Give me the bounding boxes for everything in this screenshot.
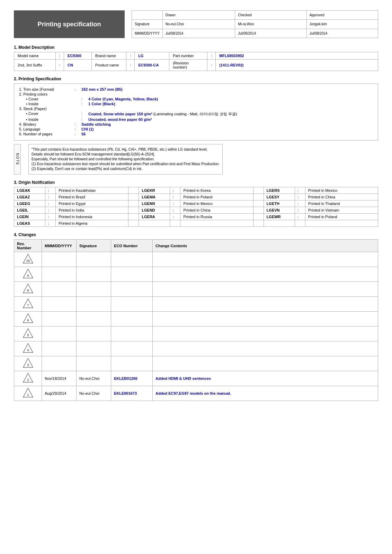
changes-date	[42, 282, 77, 297]
svg-text:8: 8	[27, 289, 29, 292]
rev-cell: 2	[14, 371, 42, 386]
changes-change	[153, 297, 378, 312]
changes-sig: No-eul.Choi	[77, 371, 111, 386]
changes-sig	[77, 327, 111, 341]
note-line: (2) Especially, Don't use or contain lea…	[32, 167, 220, 171]
changes-eco	[111, 356, 153, 371]
changes-eco	[111, 341, 153, 356]
changes-row: 2Nov/18/2014No-eul.ChoiEKLEB01266Added H…	[14, 371, 378, 386]
origin-code	[139, 220, 170, 227]
approval-cell: Jongok.kim	[306, 20, 378, 29]
note-line: Especially, Part should be followed and …	[32, 157, 220, 161]
changes-change: Added EC97,EG97 models on the manual.	[153, 386, 378, 401]
spec-row: • Cover:4 Color (Cyan, Magenta, Yellow, …	[19, 97, 373, 101]
origin-code: LGESY	[264, 194, 295, 200]
rev-cell: 6	[14, 312, 42, 327]
spec-label: • Inside	[19, 117, 81, 122]
spec-row: 2. Printing colors	[19, 92, 373, 96]
model-value: MFL68503902	[216, 52, 378, 60]
changes-row: 8	[14, 282, 378, 297]
changes-change	[153, 356, 378, 371]
spec-value: 182 mm x 257 mm (B5)	[81, 87, 123, 91]
changes-sig	[77, 282, 111, 297]
approval-cell: Mi-ra.Woo	[235, 20, 306, 29]
approval-table: DrawnCheckedApprovedSignatureNo-eul.Choi…	[132, 10, 378, 38]
svg-text:4: 4	[27, 348, 29, 352]
section1-title: 1. Model Description	[14, 45, 378, 50]
changes-eco	[111, 252, 153, 267]
origin-country	[305, 220, 378, 227]
document-title: Printing specification	[37, 21, 101, 28]
note-line: Details should be followed Eco-SCM manag…	[32, 152, 220, 156]
svg-text:5: 5	[27, 333, 29, 337]
spec-label: • Cover	[19, 97, 81, 101]
svg-text:2: 2	[27, 378, 29, 382]
origin-country	[180, 220, 253, 227]
origin-code: LGEAK	[14, 187, 45, 194]
changes-date	[42, 356, 77, 371]
origin-country: Printed in Egypt	[56, 200, 128, 207]
changes-eco	[111, 282, 153, 297]
section4-title: 4. Changes	[14, 232, 378, 237]
origin-country: Printed in Algeria	[56, 220, 128, 227]
spec-value: 4 Color (Cyan, Magenta, Yellow, Black)	[88, 97, 158, 101]
origin-code: LGEAZ	[14, 194, 45, 200]
spec-label: 5. Language	[19, 127, 74, 131]
model-label: Brand name	[92, 52, 126, 60]
svg-text:3: 3	[27, 363, 29, 367]
model-value: CN	[64, 60, 92, 71]
changes-row: 4	[14, 341, 378, 356]
origin-country: Printed in Vietnam	[305, 207, 378, 214]
spec-value: CHI (1)	[81, 127, 93, 131]
origin-country: Printed in Poland	[180, 194, 253, 200]
origin-country: Printed in Brazil	[56, 194, 128, 200]
changes-header-sig: Signature	[77, 240, 111, 252]
origin-code: LGEKR	[139, 187, 170, 194]
origin-country: Printed in Mexico	[305, 187, 378, 194]
changes-date	[42, 312, 77, 327]
changes-sig	[77, 267, 111, 282]
origin-code	[264, 220, 295, 227]
spec-row: 4. Bindery:Saddle stitching	[19, 122, 373, 126]
model-value: (1411-REV02)	[216, 60, 378, 71]
changes-eco	[111, 267, 153, 282]
changes-change	[153, 252, 378, 267]
spec-row: • Cover:Coated, Snow white paper 150 g/m…	[19, 111, 373, 117]
changes-eco	[111, 327, 153, 341]
rev-cell: 3	[14, 356, 42, 371]
changes-date	[42, 252, 77, 267]
rev-cell: 1	[14, 386, 42, 401]
spec-value: 1 Color (Black)	[88, 102, 115, 106]
approval-cell: Jul/08/2014	[235, 29, 306, 38]
changes-row: 10	[14, 252, 378, 267]
changes-sig	[77, 297, 111, 312]
changes-change	[153, 327, 378, 341]
rev-cell: 9	[14, 267, 42, 282]
origin-country: Printed in Russia	[180, 214, 253, 220]
rev-cell: 7	[14, 297, 42, 312]
changes-date	[42, 327, 77, 341]
changes-date: Nov/18/2014	[42, 371, 77, 386]
origin-code: LGEIN	[14, 214, 45, 220]
changes-eco: EKLEB01266	[111, 371, 153, 386]
origin-country: Printed in Indonesia	[56, 214, 128, 220]
changes-header-eco: ECO Number	[111, 240, 153, 252]
rev-cell: 10	[14, 252, 42, 267]
rev-cell: 8	[14, 282, 42, 297]
svg-text:1: 1	[27, 393, 29, 396]
spec-row: 1. Trim size (Format):182 mm x 257 mm (B…	[19, 87, 373, 91]
origin-country: Printed in Thailand	[305, 200, 378, 207]
changes-eco	[111, 297, 153, 312]
origin-code: LGERA	[139, 214, 170, 220]
origin-code: LGEND	[139, 207, 170, 214]
origin-country: Printed in China	[305, 194, 378, 200]
note-side-label: NOTE	[14, 144, 21, 175]
spec-value: 56	[81, 132, 86, 136]
origin-country: Printed in Korea	[180, 187, 253, 194]
approval-header-cell: Checked	[235, 11, 306, 20]
changes-row: 5	[14, 327, 378, 341]
model-desc-table: Model name:EC9300Brand name:LGPart numbe…	[14, 52, 378, 71]
origin-country: Printed in Poland	[305, 214, 378, 220]
approval-cell: Jul/08/2014	[162, 29, 235, 38]
changes-row: 6	[14, 312, 378, 327]
